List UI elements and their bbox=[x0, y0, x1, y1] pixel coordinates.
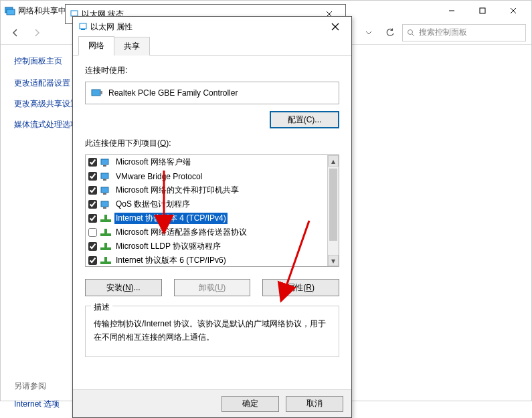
svg-rect-1 bbox=[7, 9, 15, 15]
item-label: Internet 协议版本 6 (TCP/IPv6) bbox=[114, 255, 228, 266]
scroll-up-button[interactable]: ▴ bbox=[328, 155, 339, 167]
search-placeholder: 搜索控制面板 bbox=[419, 27, 467, 38]
back-button[interactable] bbox=[6, 23, 25, 42]
scrollbar[interactable]: ▴ ▾ bbox=[327, 155, 339, 266]
client-icon bbox=[100, 172, 111, 181]
adapter-name: Realtek PCIe GBE Family Controller bbox=[108, 88, 238, 98]
client-icon bbox=[100, 200, 111, 209]
item-label: Microsoft 网络适配器多路传送器协议 bbox=[114, 227, 248, 238]
properties-button[interactable]: 属性(R) bbox=[262, 279, 339, 296]
items-list: Microsoft 网络客户端VMware Bridge ProtocolMic… bbox=[85, 154, 339, 267]
minimize-button[interactable] bbox=[436, 1, 467, 20]
cancel-button[interactable]: 取消 bbox=[286, 396, 343, 412]
dlg-titlebar: 以太网 属性 bbox=[73, 17, 351, 37]
uninstall-button: 卸载(U) bbox=[174, 279, 251, 296]
svg-rect-33 bbox=[104, 243, 107, 248]
item-checkbox[interactable] bbox=[88, 256, 97, 265]
item-label: Microsoft 网络客户端 bbox=[114, 156, 192, 168]
svg-line-7 bbox=[412, 34, 414, 36]
svg-rect-35 bbox=[104, 257, 107, 262]
item-checkbox[interactable] bbox=[88, 158, 97, 167]
svg-rect-18 bbox=[92, 90, 100, 96]
list-item[interactable]: VMware Bridge Protocol bbox=[86, 169, 327, 183]
svg-rect-25 bbox=[103, 193, 106, 195]
list-item[interactable]: Microsoft LLDP 协议驱动程序 bbox=[86, 239, 327, 253]
window-buttons bbox=[436, 1, 529, 20]
close-button[interactable] bbox=[323, 17, 347, 36]
scroll-down-button[interactable]: ▾ bbox=[328, 255, 339, 266]
protocol-icon bbox=[100, 228, 111, 237]
item-label: VMware Bridge Protocol bbox=[114, 172, 203, 181]
dlg-footer: 确定 取消 bbox=[73, 389, 351, 417]
description-legend: 描述 bbox=[91, 300, 112, 314]
protocol-icon bbox=[100, 214, 111, 223]
list-item[interactable]: Microsoft 网络适配器多路传送器协议 bbox=[86, 225, 327, 239]
protocol-icon bbox=[100, 242, 111, 251]
adapter-box: Realtek PCIe GBE Family Controller bbox=[85, 82, 339, 104]
tab-network[interactable]: 网络 bbox=[78, 36, 114, 56]
protocol-icon bbox=[100, 256, 111, 266]
nic-icon bbox=[91, 88, 103, 98]
list-item[interactable]: QoS 数据包计划程序 bbox=[86, 197, 327, 211]
item-label: Microsoft 网络的文件和打印机共享 bbox=[114, 185, 240, 196]
item-label: Internet 协议版本 4 (TCP/IPv4) bbox=[114, 213, 228, 224]
configure-button[interactable]: 配置(C)... bbox=[270, 111, 339, 128]
item-checkbox[interactable] bbox=[88, 172, 97, 181]
forward-button[interactable] bbox=[27, 23, 46, 42]
search-input[interactable]: 搜索控制面板 bbox=[402, 24, 526, 41]
svg-rect-26 bbox=[101, 201, 108, 207]
svg-rect-24 bbox=[101, 187, 108, 193]
svg-rect-21 bbox=[103, 165, 106, 167]
list-item[interactable]: Microsoft 网络客户端 bbox=[86, 155, 327, 169]
item-checkbox[interactable] bbox=[88, 200, 97, 209]
svg-rect-19 bbox=[100, 91, 102, 94]
scroll-thumb[interactable] bbox=[329, 169, 337, 241]
item-checkbox[interactable] bbox=[88, 214, 97, 223]
list-item[interactable]: Internet 协议版本 4 (TCP/IPv4) bbox=[86, 211, 327, 225]
svg-rect-22 bbox=[101, 173, 108, 179]
svg-point-6 bbox=[408, 29, 413, 34]
client-icon bbox=[100, 186, 111, 195]
svg-rect-10 bbox=[71, 11, 78, 16]
ethernet-properties-dialog: 以太网 属性 网络 共享 连接时使用: Realtek PCIe GBE Fam… bbox=[72, 16, 352, 418]
maximize-button[interactable] bbox=[467, 1, 498, 20]
svg-rect-23 bbox=[103, 179, 106, 181]
refresh-button[interactable] bbox=[381, 23, 400, 42]
close-button[interactable] bbox=[498, 1, 529, 20]
description-text: 传输控制协议/Internet 协议。该协议是默认的广域网络协议，用于在不同的相… bbox=[94, 319, 326, 342]
ok-button[interactable]: 确定 bbox=[221, 396, 279, 412]
dlg-title: 以太网 属性 bbox=[90, 21, 132, 33]
description-box: 描述 传输控制协议/Internet 协议。该协议是默认的广域网络协议，用于在不… bbox=[85, 306, 339, 357]
list-item[interactable]: Microsoft 网络的文件和打印机共享 bbox=[86, 183, 327, 197]
svg-rect-14 bbox=[80, 23, 86, 29]
item-checkbox[interactable] bbox=[88, 228, 97, 237]
tab-share[interactable]: 共享 bbox=[114, 37, 150, 56]
item-label: QoS 数据包计划程序 bbox=[114, 199, 191, 210]
svg-rect-20 bbox=[101, 159, 108, 165]
ethernet-icon bbox=[78, 22, 88, 31]
svg-rect-31 bbox=[104, 229, 107, 234]
svg-rect-27 bbox=[103, 207, 106, 209]
svg-rect-15 bbox=[81, 29, 85, 30]
svg-rect-3 bbox=[480, 8, 485, 13]
items-label: 此连接使用下列项目(O): bbox=[85, 138, 339, 149]
client-icon bbox=[100, 158, 111, 167]
connect-using-label: 连接时使用: bbox=[85, 65, 339, 76]
network-icon bbox=[5, 6, 15, 15]
list-item[interactable]: Internet 协议版本 6 (TCP/IPv6) bbox=[86, 253, 327, 266]
install-button[interactable]: 安装(N)... bbox=[85, 279, 162, 296]
item-label: Microsoft LLDP 协议驱动程序 bbox=[114, 241, 222, 252]
recent-dropdown[interactable] bbox=[359, 23, 378, 42]
item-checkbox[interactable] bbox=[88, 186, 97, 195]
search-icon bbox=[407, 29, 415, 37]
tab-strip: 网络 共享 bbox=[73, 37, 351, 56]
svg-rect-29 bbox=[104, 215, 107, 220]
item-checkbox[interactable] bbox=[88, 242, 97, 251]
